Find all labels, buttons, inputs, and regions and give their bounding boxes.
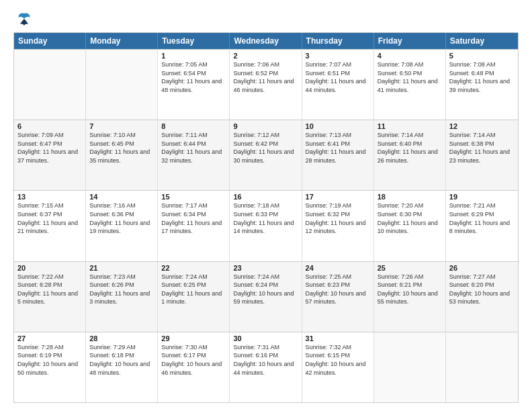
day-number: 26 xyxy=(449,264,515,272)
cell-text-line: Daylight: 11 hours and 10 minutes. xyxy=(378,219,442,236)
calendar-week-2: 6Sunrise: 7:09 AMSunset: 6:47 PMDaylight… xyxy=(14,120,518,190)
cell-text-line: Daylight: 11 hours and 19 minutes. xyxy=(89,219,154,236)
cell-text-line: Sunset: 6:47 PM xyxy=(17,140,82,148)
cell-text-line: Sunset: 6:18 PM xyxy=(89,351,154,360)
cell-text-line: Sunrise: 7:21 AM xyxy=(449,201,515,210)
day-cell-20: 20Sunrise: 7:22 AMSunset: 6:28 PMDayligh… xyxy=(14,262,86,332)
cell-text-line: Sunset: 6:32 PM xyxy=(306,210,370,219)
day-number: 8 xyxy=(161,122,226,130)
empty-cell xyxy=(446,332,518,402)
cell-text-line: Sunset: 6:29 PM xyxy=(449,210,515,219)
logo xyxy=(13,11,34,27)
day-number: 12 xyxy=(449,122,515,130)
cell-text-line: Sunrise: 7:27 AM xyxy=(449,273,515,281)
cell-text-line: Sunset: 6:34 PM xyxy=(161,210,226,219)
day-number: 2 xyxy=(233,52,298,60)
cell-text-line: Daylight: 11 hours and 30 minutes. xyxy=(233,148,298,165)
cell-text-line: Sunset: 6:28 PM xyxy=(17,281,82,289)
day-cell-23: 23Sunrise: 7:24 AMSunset: 6:24 PMDayligh… xyxy=(230,262,302,332)
day-cell-9: 9Sunrise: 7:12 AMSunset: 6:42 PMDaylight… xyxy=(230,120,302,190)
day-cell-13: 13Sunrise: 7:15 AMSunset: 6:37 PMDayligh… xyxy=(14,191,86,261)
cell-text-line: Sunset: 6:20 PM xyxy=(449,281,515,289)
cell-text-line: Sunrise: 7:16 AM xyxy=(89,201,154,210)
cell-text-line: Sunrise: 7:22 AM xyxy=(17,273,82,281)
cell-text-line: Daylight: 10 hours and 44 minutes. xyxy=(233,360,298,377)
cell-text-line: Daylight: 10 hours and 55 minutes. xyxy=(378,289,442,306)
cell-text-line: Sunset: 6:51 PM xyxy=(306,69,370,78)
cell-text-line: Daylight: 10 hours and 50 minutes. xyxy=(17,360,82,377)
header-cell-thursday: Thursday xyxy=(302,33,374,49)
day-number: 22 xyxy=(161,264,226,272)
day-number: 4 xyxy=(378,52,442,60)
cell-text-line: Sunrise: 7:23 AM xyxy=(89,273,154,281)
cell-text-line: Sunset: 6:25 PM xyxy=(161,281,226,289)
day-cell-8: 8Sunrise: 7:11 AMSunset: 6:44 PMDaylight… xyxy=(158,120,230,190)
cell-text-line: Sunrise: 7:15 AM xyxy=(17,201,82,210)
day-cell-2: 2Sunrise: 7:06 AMSunset: 6:52 PMDaylight… xyxy=(230,50,302,120)
cell-text-line: Sunrise: 7:06 AM xyxy=(233,60,298,69)
cell-text-line: Sunset: 6:54 PM xyxy=(161,69,226,78)
cell-text-line: Daylight: 11 hours and 17 minutes. xyxy=(161,219,226,236)
header-cell-sunday: Sunday xyxy=(14,33,86,49)
cell-text-line: Sunrise: 7:12 AM xyxy=(233,131,298,140)
cell-text-line: Sunset: 6:17 PM xyxy=(161,351,226,360)
cell-text-line: Daylight: 11 hours and 5 minutes. xyxy=(17,289,82,306)
day-number: 14 xyxy=(89,193,154,201)
day-cell-21: 21Sunrise: 7:23 AMSunset: 6:26 PMDayligh… xyxy=(86,262,158,332)
cell-text-line: Daylight: 11 hours and 48 minutes. xyxy=(161,77,226,94)
cell-text-line: Daylight: 11 hours and 32 minutes. xyxy=(161,148,226,165)
cell-text-line: Daylight: 11 hours and 3 minutes. xyxy=(89,289,154,306)
cell-text-line: Sunset: 6:41 PM xyxy=(306,140,370,148)
cell-text-line: Sunrise: 7:20 AM xyxy=(378,201,442,210)
day-cell-14: 14Sunrise: 7:16 AMSunset: 6:36 PMDayligh… xyxy=(86,191,158,261)
calendar-week-1: 1Sunrise: 7:05 AMSunset: 6:54 PMDaylight… xyxy=(14,49,518,120)
cell-text-line: Daylight: 10 hours and 42 minutes. xyxy=(306,360,370,377)
day-number: 18 xyxy=(378,193,442,201)
day-number: 9 xyxy=(233,122,298,130)
day-number: 23 xyxy=(233,264,298,272)
cell-text-line: Sunrise: 7:14 AM xyxy=(378,131,442,140)
cell-text-line: Sunset: 6:48 PM xyxy=(449,69,515,78)
day-cell-30: 30Sunrise: 7:31 AMSunset: 6:16 PMDayligh… xyxy=(230,332,302,402)
day-cell-15: 15Sunrise: 7:17 AMSunset: 6:34 PMDayligh… xyxy=(158,191,230,261)
empty-cell xyxy=(14,50,86,120)
day-cell-22: 22Sunrise: 7:24 AMSunset: 6:25 PMDayligh… xyxy=(158,262,230,332)
day-cell-29: 29Sunrise: 7:30 AMSunset: 6:17 PMDayligh… xyxy=(158,332,230,402)
day-number: 6 xyxy=(17,122,82,130)
day-cell-1: 1Sunrise: 7:05 AMSunset: 6:54 PMDaylight… xyxy=(158,50,230,120)
cell-text-line: Daylight: 11 hours and 28 minutes. xyxy=(306,148,370,165)
cell-text-line: Sunset: 6:24 PM xyxy=(233,281,298,289)
day-cell-4: 4Sunrise: 7:08 AMSunset: 6:50 PMDaylight… xyxy=(374,50,446,120)
cell-text-line: Daylight: 11 hours and 8 minutes. xyxy=(449,219,515,236)
cell-text-line: Daylight: 11 hours and 23 minutes. xyxy=(449,148,515,165)
cell-text-line: Sunrise: 7:11 AM xyxy=(161,131,226,140)
page: SundayMondayTuesdayWednesdayThursdayFrid… xyxy=(0,0,532,411)
day-number: 5 xyxy=(449,52,515,60)
cell-text-line: Sunset: 6:15 PM xyxy=(306,351,370,360)
day-cell-27: 27Sunrise: 7:28 AMSunset: 6:19 PMDayligh… xyxy=(14,332,86,402)
header-cell-friday: Friday xyxy=(374,33,446,49)
cell-text-line: Daylight: 11 hours and 21 minutes. xyxy=(17,219,82,236)
cell-text-line: Sunrise: 7:24 AM xyxy=(161,273,226,281)
calendar: SundayMondayTuesdayWednesdayThursdayFrid… xyxy=(13,32,519,403)
day-cell-12: 12Sunrise: 7:14 AMSunset: 6:38 PMDayligh… xyxy=(446,120,518,190)
day-cell-31: 31Sunrise: 7:32 AMSunset: 6:15 PMDayligh… xyxy=(302,332,374,402)
day-cell-26: 26Sunrise: 7:27 AMSunset: 6:20 PMDayligh… xyxy=(446,262,518,332)
cell-text-line: Sunset: 6:19 PM xyxy=(17,351,82,360)
day-number: 24 xyxy=(306,264,370,272)
day-number: 10 xyxy=(306,122,370,130)
cell-text-line: Daylight: 11 hours and 35 minutes. xyxy=(89,148,154,165)
cell-text-line: Sunset: 6:26 PM xyxy=(89,281,154,289)
cell-text-line: Sunrise: 7:28 AM xyxy=(17,343,82,352)
day-cell-5: 5Sunrise: 7:08 AMSunset: 6:48 PMDaylight… xyxy=(446,50,518,120)
cell-text-line: Sunrise: 7:30 AM xyxy=(161,343,226,352)
cell-text-line: Sunrise: 7:10 AM xyxy=(89,131,154,140)
calendar-header-row: SundayMondayTuesdayWednesdayThursdayFrid… xyxy=(14,33,518,49)
cell-text-line: Sunrise: 7:26 AM xyxy=(378,273,442,281)
cell-text-line: Daylight: 11 hours and 26 minutes. xyxy=(378,148,442,165)
cell-text-line: Sunrise: 7:31 AM xyxy=(233,343,298,352)
cell-text-line: Sunrise: 7:14 AM xyxy=(449,131,515,140)
day-cell-19: 19Sunrise: 7:21 AMSunset: 6:29 PMDayligh… xyxy=(446,191,518,261)
cell-text-line: Sunset: 6:45 PM xyxy=(89,140,154,148)
cell-text-line: Sunset: 6:44 PM xyxy=(161,140,226,148)
